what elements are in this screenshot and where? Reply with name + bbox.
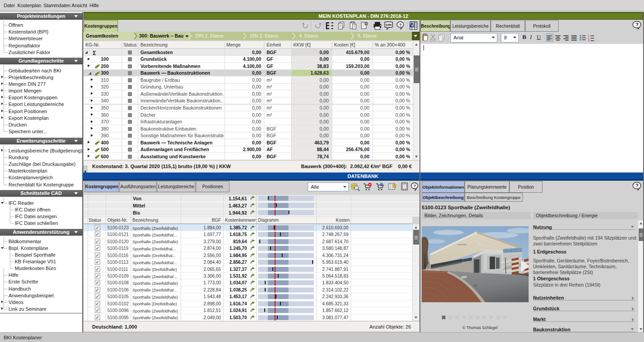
svg-text:?: ? [636,183,639,188]
svg-text:?: ? [399,23,402,27]
svg-text:3: 3 [588,39,590,42]
svg-text:?: ? [413,184,416,188]
svg-text:?: ? [636,22,639,27]
svg-text:DIN: DIN [386,23,392,27]
